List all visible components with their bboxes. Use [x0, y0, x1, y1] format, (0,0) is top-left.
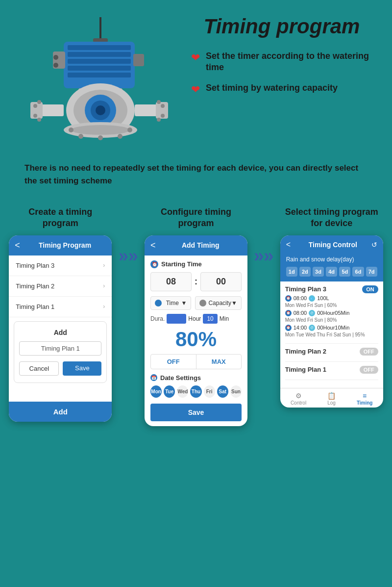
day-sat[interactable]: Sat	[217, 385, 228, 398]
list-item[interactable]: Timing Plan 1 ›	[9, 297, 112, 317]
min-value[interactable]: 10	[203, 314, 217, 324]
svg-point-31	[71, 125, 130, 135]
row2-detail: 00Hour05Min	[317, 310, 349, 316]
svg-rect-1	[93, 38, 108, 42]
clock-icon: ⏰	[150, 260, 158, 268]
timing-plan-input[interactable]	[19, 341, 101, 356]
nav-timing-label: Timing	[357, 400, 373, 406]
timing-plan-3: Timing Plan 3 ON ⏰ 08:00 💧 100L Mon Wed …	[285, 285, 378, 344]
right-content: Timing program ❤ Set the timer according…	[181, 15, 372, 105]
list-item[interactable]: Timing Plan 2 ›	[9, 276, 112, 297]
svg-point-26	[161, 104, 165, 108]
percent-display: 80%	[150, 328, 242, 351]
bottom-add-button[interactable]: Add	[9, 402, 112, 422]
svg-point-35	[118, 134, 122, 139]
max-button[interactable]: MAX	[196, 355, 242, 369]
duration-field[interactable]	[167, 314, 186, 324]
calendar-icon: 📅	[150, 374, 157, 381]
phone2-body: ⏰ Starting Time 08 : 00 Time ▼	[145, 255, 247, 426]
drop-icon2: ⏱	[309, 310, 315, 316]
drop-icon3: ⏱	[309, 325, 315, 331]
phone1-back-icon[interactable]: <	[15, 240, 20, 251]
date-settings-label: 📅 Date Settings	[150, 374, 242, 382]
time-select-icon	[155, 300, 162, 306]
refresh-icon[interactable]: ↺	[371, 241, 377, 249]
svg-point-27	[161, 114, 165, 118]
day-btn-1d[interactable]: 1d	[286, 267, 297, 277]
day-sun[interactable]: Sun	[230, 385, 242, 398]
plan3-name: Timing Plan 3	[285, 285, 326, 293]
nav-log[interactable]: 📋 Log	[327, 392, 336, 406]
off-button[interactable]: OFF	[151, 355, 196, 369]
save-button[interactable]: Save	[150, 404, 242, 421]
starting-time-label: ⏰ Starting Time	[150, 260, 242, 268]
phone1-list: Timing Plan 3 › Timing Plan 2 › Timing P…	[9, 255, 112, 317]
svg-rect-5	[68, 59, 131, 64]
time-selector[interactable]: Time ▼	[150, 296, 191, 310]
day-tue[interactable]: Tue	[164, 385, 175, 398]
minute-field[interactable]: 00	[200, 272, 242, 291]
phone3-header: < Timing Control ↺	[280, 235, 383, 254]
day-btn-7d[interactable]: 7d	[366, 267, 377, 277]
row1-detail: 100L	[317, 295, 329, 301]
arrow-right-icon-2: »»	[254, 246, 273, 266]
list-item[interactable]: Timing Plan 3 ›	[9, 255, 112, 276]
svg-point-23	[37, 100, 41, 104]
svg-rect-6	[68, 66, 131, 71]
bullet-text-1: Set the timer according to the watering …	[206, 51, 372, 74]
phones-section: Create a timingprogram < Timing Program …	[0, 202, 392, 441]
row3-time: 14:00	[294, 325, 307, 331]
row1-days: Mon Wed Fri Sun | 60%	[285, 303, 378, 308]
day-btn-6d[interactable]: 6d	[352, 267, 364, 277]
timing-plan-2: Timing Plan 2 OFF	[285, 348, 378, 362]
svg-point-9	[53, 55, 58, 60]
plan2-toggle[interactable]: OFF	[360, 348, 378, 356]
day-thu[interactable]: Thu	[190, 385, 201, 398]
svg-point-33	[78, 134, 83, 139]
save-button[interactable]: Save	[63, 361, 101, 376]
cancel-button[interactable]: Cancel	[19, 361, 59, 376]
days-row: Mon Tue Wed Thu Fri Sat Sun	[150, 385, 242, 398]
timing-plan-1: Timing Plan 1 OFF	[285, 366, 378, 380]
day-fri[interactable]: Fri	[204, 385, 215, 398]
time-colon: :	[195, 277, 197, 287]
phone2-frame: < Add Timing ⏰ Starting Time 08 : 00	[145, 235, 247, 426]
phone3-back-icon[interactable]: <	[286, 240, 291, 249]
phone2-header-title: Add Timing	[160, 241, 242, 249]
capacity-selector[interactable]: Capacity ▼	[195, 296, 242, 310]
plan1-header: Timing Plan 1 OFF	[285, 366, 378, 374]
plan1-toggle[interactable]: OFF	[360, 366, 378, 374]
day-mon[interactable]: Mon	[150, 385, 162, 398]
plan2-name: Timing Plan 2	[285, 348, 326, 355]
svg-point-17	[96, 105, 105, 115]
svg-point-32	[69, 128, 74, 132]
phone2-back-icon[interactable]: <	[150, 240, 156, 251]
day-wed[interactable]: Wed	[177, 385, 188, 398]
dropdown-icon-2: ▼	[231, 300, 237, 306]
top-section: Timing program ❤ Set the timer according…	[0, 0, 392, 157]
nav-control-label: Control	[291, 400, 306, 406]
nav-timing[interactable]: ≡ Timing	[357, 392, 373, 406]
svg-rect-7	[68, 73, 131, 77]
hour-field[interactable]: 08	[150, 272, 192, 291]
bullet-item-2: ❤ Set timing by watering capacity	[191, 82, 372, 96]
nav-control[interactable]: ⚙ Control	[291, 392, 306, 406]
svg-point-28	[157, 118, 161, 122]
chevron-icon: ›	[103, 262, 105, 269]
description-text: There is no need to repeatedly set the t…	[20, 162, 372, 187]
svg-point-21	[33, 114, 37, 118]
phone3-sub-label: Rain and snow delay(day)	[280, 254, 383, 267]
log-icon: 📋	[327, 392, 336, 399]
day-btn-2d[interactable]: 2d	[299, 267, 311, 277]
svg-point-29	[157, 100, 161, 104]
day-btn-3d[interactable]: 3d	[313, 267, 324, 277]
control-icon: ⚙	[294, 392, 303, 399]
plan3-row1: ⏰ 08:00 💧 100L	[285, 295, 378, 302]
plan3-row2: ⏰ 08:00 ⏱ 00Hour05Min	[285, 310, 378, 316]
svg-point-10	[53, 63, 58, 68]
phone1-title: Create a timingprogram	[28, 206, 92, 230]
day-btn-5d[interactable]: 5d	[339, 267, 350, 277]
day-btn-4d[interactable]: 4d	[326, 267, 337, 277]
dropdown-icon: ▼	[181, 300, 187, 306]
plan3-toggle[interactable]: ON	[362, 285, 378, 293]
